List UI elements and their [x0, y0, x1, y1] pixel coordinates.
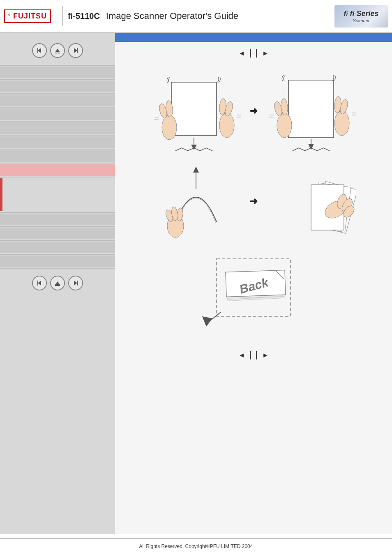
sidebar [0, 33, 115, 534]
fan-right-svg [266, 164, 356, 238]
sidebar-up-btn[interactable] [50, 43, 65, 58]
brand-text: FUJITSU [13, 12, 47, 20]
svg-rect-1 [37, 48, 38, 53]
page-title: Image Scanner Operator's Guide [106, 11, 334, 21]
sidebar-divider-5 [0, 121, 115, 122]
list-item[interactable] [0, 214, 115, 225]
sidebar-divider-7 [0, 149, 115, 150]
list-item[interactable] [0, 256, 115, 267]
process-arrow-2: ➜ [249, 196, 258, 207]
sidebar-divider-11 [0, 226, 115, 227]
illustration-area: ( ( ) ) ➜ [115, 62, 392, 368]
sidebar-divider-4 [0, 107, 115, 108]
svg-rect-3 [55, 53, 60, 53]
copyright-text: All Rights Reserved, Copyright©PFU LIMIT… [139, 543, 253, 549]
book-stack-svg: Back [180, 251, 327, 341]
sidebar-divider-3 [0, 93, 115, 94]
book-load-illustration: Back [180, 251, 327, 341]
fi-series-sub: Scanner [353, 18, 370, 23]
main-container: ◄ ► [0, 33, 392, 534]
sidebar-nav-bottom [0, 269, 115, 297]
list-item[interactable] [0, 242, 115, 253]
footer: All Rights Reserved, Copyright©PFU LIMIT… [0, 538, 392, 554]
fi-series-logo: fi fi Series Scanner [334, 5, 388, 28]
sidebar-divider-10 [0, 212, 115, 213]
svg-point-18 [219, 113, 234, 138]
sidebar-forward-btn[interactable] [68, 43, 83, 58]
svg-text:(: ( [283, 74, 286, 81]
sidebar-divider-12 [0, 240, 115, 241]
sidebar-section-gap [0, 178, 115, 211]
svg-marker-50 [193, 166, 199, 173]
svg-marker-66 [202, 316, 212, 327]
sidebar-divider-9 [0, 177, 115, 177]
nav-bar-bottom-2 [256, 351, 257, 359]
list-item[interactable] [0, 150, 115, 162]
list-item[interactable] [0, 108, 115, 120]
svg-rect-9 [55, 285, 60, 286]
curl-left-svg [151, 164, 241, 238]
svg-marker-0 [38, 48, 41, 53]
nav-next-arrow-bottom[interactable]: ► [262, 352, 269, 359]
doc-curl-illustrations: ➜ [123, 164, 384, 238]
sidebar-divider-14 [0, 268, 115, 269]
sidebar-back-btn-2[interactable] [32, 276, 47, 290]
content-area: ◄ ► [115, 33, 392, 534]
content-top-bar [115, 33, 392, 42]
sidebar-divider-1 [0, 65, 115, 66]
page-wrapper: o FUJITSU fi-5110C Image Scanner Operato… [0, 0, 392, 555]
svg-marker-2 [55, 49, 60, 52]
svg-rect-29 [288, 80, 334, 138]
nav-bar-2 [256, 49, 257, 58]
svg-point-30 [277, 113, 292, 138]
sidebar-forward-btn-2[interactable] [68, 276, 83, 290]
svg-marker-6 [38, 281, 41, 286]
nav-bar-1 [250, 49, 251, 58]
list-item-active[interactable] [0, 164, 115, 176]
svg-line-67 [210, 312, 221, 320]
brand-logo: o FUJITSU [4, 9, 51, 23]
model-number: fi-5110C [68, 12, 100, 21]
svg-point-13 [162, 115, 177, 140]
fi-series-badge: fi fi Series Scanner [334, 5, 388, 28]
list-item[interactable] [0, 136, 115, 148]
list-item[interactable] [0, 81, 115, 92]
header-divider [62, 6, 63, 26]
svg-rect-5 [77, 48, 78, 53]
list-item[interactable] [0, 94, 115, 106]
sidebar-divider-13 [0, 254, 115, 255]
svg-point-49 [177, 207, 184, 221]
sidebar-divider-2 [0, 79, 115, 80]
fan-document-svg: ( ( ) ) [151, 70, 241, 152]
nav-bar-bottom-1 [250, 351, 251, 359]
sidebar-divider-6 [0, 135, 115, 136]
list-item[interactable] [0, 228, 115, 239]
sidebar-up-btn-2[interactable] [50, 276, 65, 290]
sidebar-nav-top [0, 37, 115, 64]
process-arrow: ➜ [249, 105, 258, 117]
header: o FUJITSU fi-5110C Image Scanner Operato… [0, 0, 392, 33]
fi-series-text: fi fi Series [344, 9, 379, 18]
sidebar-divider-8 [0, 163, 115, 164]
doc-fan-illustrations: ( ( ) ) ➜ [123, 70, 384, 152]
sidebar-accent [0, 178, 2, 211]
svg-marker-4 [74, 48, 77, 53]
sidebar-back-btn[interactable] [32, 43, 47, 58]
fi-series-label: fi Series [350, 9, 378, 18]
content-nav-top: ◄ ► [115, 45, 392, 62]
svg-rect-12 [171, 82, 217, 136]
svg-rect-11 [77, 281, 78, 286]
straight-document-svg: ( ( ) ) [266, 70, 356, 152]
svg-text:(: ( [168, 76, 171, 83]
nav-prev-arrow-bottom[interactable]: ◄ [238, 352, 245, 359]
nav-next-arrow[interactable]: ► [262, 50, 269, 57]
nav-prev-arrow[interactable]: ◄ [238, 50, 245, 57]
svg-point-35 [334, 111, 349, 136]
svg-marker-8 [55, 281, 60, 285]
svg-marker-10 [74, 281, 77, 286]
fujitsu-brand: o FUJITSU [4, 9, 51, 23]
list-item[interactable] [0, 122, 115, 134]
content-nav-bottom: ◄ ► [238, 347, 269, 364]
svg-rect-7 [37, 281, 38, 286]
list-item[interactable] [0, 67, 115, 78]
